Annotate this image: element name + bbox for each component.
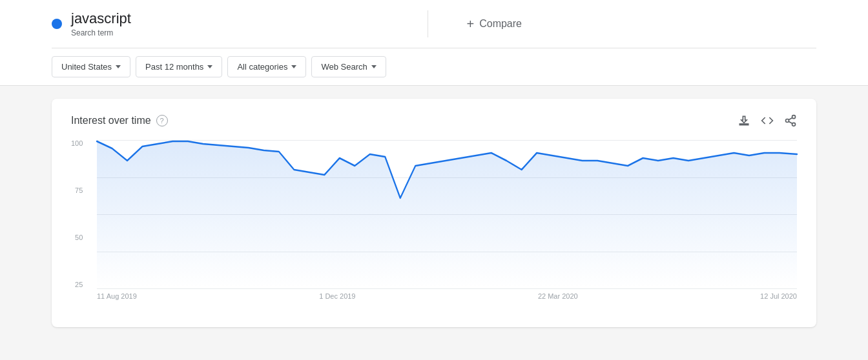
svg-line-4	[789, 117, 792, 119]
chart-card: Interest over time ?	[52, 99, 816, 327]
y-label-100: 100	[71, 140, 83, 147]
line-chart-svg	[97, 140, 797, 288]
chevron-down-icon	[291, 65, 296, 68]
x-label-dec: 1 Dec 2019	[319, 292, 355, 300]
chart-actions	[738, 114, 797, 127]
filter-search-type-label: Web Search	[321, 62, 367, 72]
svg-point-1	[786, 119, 789, 123]
embed-icon[interactable]	[761, 114, 774, 127]
filter-region-label: United States	[61, 62, 112, 72]
chevron-down-icon	[207, 65, 212, 68]
chart-area-fill	[97, 141, 797, 288]
y-axis-labels: 100 75 50 25	[71, 140, 83, 288]
chart-title-group: Interest over time ?	[71, 115, 168, 126]
filter-time-label: Past 12 months	[145, 62, 203, 72]
compare-button[interactable]: + Compare	[428, 17, 817, 32]
filter-time[interactable]: Past 12 months	[136, 56, 222, 77]
chart-title: Interest over time	[71, 115, 151, 126]
y-label-75: 75	[75, 187, 83, 194]
search-term-type: Search term	[71, 28, 131, 37]
chevron-down-icon	[116, 65, 121, 68]
x-label-jul: 12 Jul 2020	[760, 292, 797, 300]
y-label-25: 25	[75, 281, 83, 288]
main-content: Interest over time ?	[0, 86, 868, 340]
filter-region[interactable]: United States	[52, 56, 130, 77]
filter-category[interactable]: All categories	[227, 56, 306, 77]
search-term-block: javascript Search term	[52, 10, 428, 37]
x-label-mar: 22 Mar 2020	[538, 292, 578, 300]
grid-line-0	[97, 288, 797, 289]
download-icon[interactable]	[738, 114, 750, 127]
compare-plus-icon: +	[467, 17, 475, 32]
y-label-50: 50	[75, 234, 83, 241]
svg-line-3	[789, 121, 792, 123]
term-color-dot	[52, 19, 62, 29]
filter-category-label: All categories	[237, 62, 287, 72]
chart-inner	[97, 140, 797, 288]
filters-row: United States Past 12 months All categor…	[52, 48, 816, 85]
chart-area: 100 75 50 25	[97, 140, 797, 308]
x-axis-labels: 11 Aug 2019 1 Dec 2019 22 Mar 2020 12 Ju…	[97, 292, 797, 300]
help-icon[interactable]: ?	[156, 115, 168, 126]
x-label-aug: 11 Aug 2019	[97, 292, 137, 300]
chevron-down-icon	[371, 65, 377, 68]
term-info: javascript Search term	[71, 10, 131, 37]
compare-label: Compare	[479, 18, 522, 30]
share-icon[interactable]	[784, 114, 797, 127]
svg-point-2	[792, 123, 796, 126]
chart-header: Interest over time ?	[71, 114, 797, 127]
svg-point-0	[792, 115, 796, 119]
search-term-text: javascript	[71, 10, 131, 27]
filter-search-type[interactable]: Web Search	[311, 56, 386, 77]
